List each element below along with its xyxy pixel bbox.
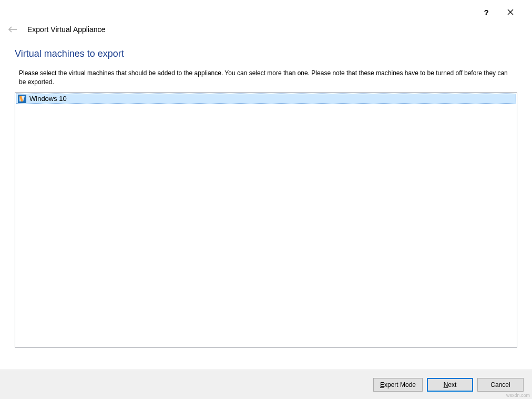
titlebar: ? (0, 0, 532, 22)
page-heading: Virtual machines to export (15, 48, 517, 59)
vm-listbox[interactable]: Windows 10 (15, 93, 517, 347)
arrow-left-icon (8, 26, 17, 33)
wizard-title: Export Virtual Appliance (27, 25, 105, 34)
list-item[interactable]: Windows 10 (16, 94, 516, 104)
expert-mode-label-rest: xpert Mode (384, 381, 416, 388)
cancel-button[interactable]: Cancel (477, 378, 524, 392)
next-label-rest: ext (448, 381, 456, 388)
vm-name: Windows 10 (29, 95, 67, 103)
expert-mode-button[interactable]: Expert Mode (373, 378, 423, 392)
virtualbox-icon (18, 95, 26, 103)
cancel-label: Cancel (490, 381, 510, 388)
expert-mode-mnemonic: E (380, 381, 384, 388)
close-icon (507, 9, 514, 15)
next-button[interactable]: Next (427, 378, 473, 392)
close-button[interactable] (498, 4, 523, 20)
wizard-header: Export Virtual Appliance (0, 22, 532, 43)
button-bar: Expert Mode Next Cancel (0, 370, 532, 399)
wizard-content: Virtual machines to export Please select… (0, 48, 532, 347)
help-button[interactable]: ? (474, 4, 498, 20)
instruction-text: Please select the virtual machines that … (15, 69, 517, 87)
back-button[interactable] (7, 26, 18, 33)
